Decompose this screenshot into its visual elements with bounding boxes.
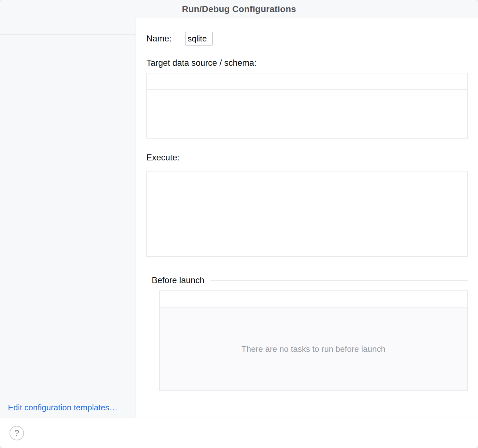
- target-data-source-panel: [146, 73, 468, 139]
- sidebar-toolbar: [0, 18, 136, 34]
- target-toolbar: [147, 73, 467, 90]
- before-launch-panel: There are no tasks to run before launch: [159, 290, 468, 391]
- title-bar: Run/Debug Configurations: [0, 0, 478, 18]
- execute-label: Execute:: [146, 153, 180, 163]
- before-launch-header: Before launch: [146, 275, 468, 285]
- minimize-window-button[interactable]: [19, 5, 26, 13]
- dialog-footer: ?: [0, 418, 478, 448]
- configurations-tree: [0, 34, 136, 418]
- name-label: Name:: [146, 34, 172, 44]
- name-input[interactable]: [185, 32, 213, 46]
- divider: [210, 280, 468, 281]
- maximize-window-button[interactable]: [32, 5, 39, 13]
- run-debug-configurations-dialog: Run/Debug Configurations Edit configurat…: [0, 0, 478, 448]
- script-text-editor[interactable]: [146, 171, 468, 257]
- page-options-row: [146, 395, 468, 406]
- edit-configuration-templates-link[interactable]: Edit configuration templates…: [8, 403, 118, 413]
- dialog-title: Run/Debug Configurations: [182, 4, 296, 14]
- before-launch-empty-text: There are no tasks to run before launch: [160, 308, 467, 390]
- configurations-sidebar: Edit configuration templates…: [0, 18, 136, 418]
- before-launch-toolbar: [160, 291, 467, 308]
- before-launch-label: Before launch: [152, 276, 205, 285]
- configuration-editor: Name: Target data source / schema: Execu…: [137, 18, 478, 418]
- close-window-button[interactable]: [6, 5, 13, 13]
- help-button[interactable]: ?: [9, 426, 24, 440]
- target-data-source-label: Target data source / schema:: [146, 58, 468, 68]
